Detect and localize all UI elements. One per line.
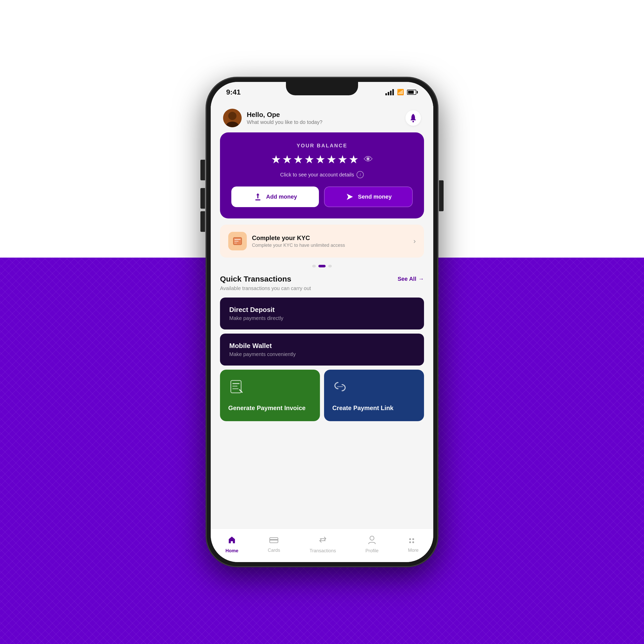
svg-point-3 <box>412 121 414 122</box>
generate-invoice-card[interactable]: Generate Payment Invoice <box>220 370 320 421</box>
phone-screen: 9:41 📶 <box>211 82 433 562</box>
nav-cards-label: Cards <box>268 548 280 553</box>
balance-masked: ★★★★★★★★ <box>271 153 360 166</box>
svg-rect-11 <box>232 383 240 384</box>
send-money-icon <box>345 192 354 201</box>
notch <box>286 82 358 95</box>
svg-rect-12 <box>232 386 238 387</box>
subtitle-text: What would you like to do today? <box>247 119 323 125</box>
header-left: Hello, Ope What would you like to do tod… <box>223 109 323 127</box>
bell-icon <box>409 113 418 123</box>
bottom-spacer <box>211 427 433 433</box>
send-money-button[interactable]: Send money <box>324 187 413 207</box>
add-money-label: Add money <box>266 193 297 200</box>
phone-device: 9:41 📶 <box>206 77 438 567</box>
mobile-wallet-card[interactable]: Mobile Wallet Make payments conveniently <box>220 334 424 366</box>
avatar[interactable] <box>223 109 242 127</box>
invoice-icon <box>228 379 312 397</box>
eye-icon[interactable]: 👁 <box>364 154 373 165</box>
nav-transactions-label: Transactions <box>310 548 336 554</box>
section-subtitle: Available transactions you can carry out <box>220 285 424 291</box>
add-money-button[interactable]: Add money <box>231 187 319 207</box>
svg-rect-7 <box>234 239 241 240</box>
kyc-subtitle: Complete your KYC to have unlimited acce… <box>252 243 408 248</box>
svg-marker-5 <box>347 194 353 200</box>
nav-item-more[interactable]: More <box>403 533 424 555</box>
kyc-section: Complete your KYC Complete your KYC to h… <box>211 225 433 263</box>
transactions-icon <box>318 535 327 547</box>
wifi-icon: 📶 <box>397 89 404 96</box>
cards-icon <box>269 535 278 546</box>
greeting-text: Hello, Ope <box>247 111 323 119</box>
kyc-icon <box>232 235 243 247</box>
dot-2-active <box>318 265 326 267</box>
nav-home-label: Home <box>225 548 238 554</box>
balance-actions: Add money Send money <box>231 187 413 207</box>
nav-item-profile[interactable]: Profile <box>360 533 384 556</box>
kyc-title: Complete your KYC <box>252 234 408 242</box>
nav-profile-label: Profile <box>365 548 378 554</box>
home-icon <box>227 535 236 547</box>
kyc-banner[interactable]: Complete your KYC Complete your KYC to h… <box>220 225 424 258</box>
kyc-icon-wrap <box>228 232 247 250</box>
send-money-label: Send money <box>358 193 392 200</box>
dot-3 <box>328 265 332 267</box>
mobile-wallet-subtitle: Make payments conveniently <box>229 351 415 357</box>
nav-item-home[interactable]: Home <box>220 533 243 556</box>
quick-transactions-section: Quick Transactions See All → Available t… <box>211 275 433 427</box>
balance-card: YOUR BALANCE ★★★★★★★★ 👁 Click to see you… <box>220 132 424 218</box>
section-title: Quick Transactions <box>220 275 291 283</box>
svg-point-17 <box>409 538 411 540</box>
carousel-dots <box>211 263 433 275</box>
balance-label: YOUR BALANCE <box>231 143 413 149</box>
phone-chassis: 9:41 📶 <box>206 77 438 567</box>
info-icon: i <box>357 171 364 178</box>
kyc-text: Complete your KYC Complete your KYC to h… <box>252 234 408 248</box>
avatar-image <box>223 109 242 127</box>
create-payment-link-card[interactable]: Create Payment Link <box>324 370 424 421</box>
grid-cards: Generate Payment Invoice Create Payment <box>220 370 424 421</box>
profile-icon <box>368 535 376 547</box>
nav-more-label: More <box>408 548 419 553</box>
battery-icon <box>407 90 418 95</box>
header-text: Hello, Ope What would you like to do tod… <box>247 111 323 125</box>
kyc-arrow-icon: › <box>413 237 416 245</box>
more-icon <box>409 535 418 546</box>
svg-rect-4 <box>255 199 260 200</box>
direct-deposit-title: Direct Deposit <box>229 306 415 314</box>
link-icon <box>332 379 416 397</box>
svg-point-18 <box>412 538 414 540</box>
arrow-right-icon: → <box>418 276 424 282</box>
create-link-label: Create Payment Link <box>332 404 416 412</box>
status-icons: 📶 <box>385 89 418 96</box>
header: Hello, Ope What would you like to do tod… <box>211 103 433 132</box>
svg-rect-13 <box>232 388 239 389</box>
balance-section: YOUR BALANCE ★★★★★★★★ 👁 Click to see you… <box>211 132 433 225</box>
see-all-link[interactable]: See All → <box>397 276 424 282</box>
svg-point-20 <box>412 541 414 543</box>
signal-icon <box>385 89 394 95</box>
bottom-navigation: Home Cards <box>211 529 433 562</box>
svg-rect-8 <box>234 241 239 242</box>
balance-amount: ★★★★★★★★ 👁 <box>231 153 413 166</box>
svg-point-16 <box>370 536 374 540</box>
svg-point-19 <box>409 541 411 543</box>
status-time: 9:41 <box>226 88 241 96</box>
account-details-text: Click to see your account details <box>280 172 354 178</box>
section-header: Quick Transactions See All → <box>220 275 424 283</box>
account-details-link[interactable]: Click to see your account details i <box>231 171 413 178</box>
mobile-wallet-title: Mobile Wallet <box>229 342 415 350</box>
see-all-text: See All <box>397 276 416 282</box>
add-money-icon <box>253 192 262 201</box>
svg-rect-9 <box>234 243 237 243</box>
svg-rect-15 <box>270 539 278 540</box>
notification-bell-button[interactable] <box>405 110 421 126</box>
generate-invoice-label: Generate Payment Invoice <box>228 404 312 412</box>
direct-deposit-card[interactable]: Direct Deposit Make payments directly <box>220 298 424 329</box>
svg-point-1 <box>228 112 236 120</box>
nav-item-transactions[interactable]: Transactions <box>304 533 341 556</box>
status-bar: 9:41 📶 <box>211 82 433 103</box>
direct-deposit-subtitle: Make payments directly <box>229 315 415 321</box>
nav-item-cards[interactable]: Cards <box>262 533 285 555</box>
dot-1 <box>312 265 316 267</box>
